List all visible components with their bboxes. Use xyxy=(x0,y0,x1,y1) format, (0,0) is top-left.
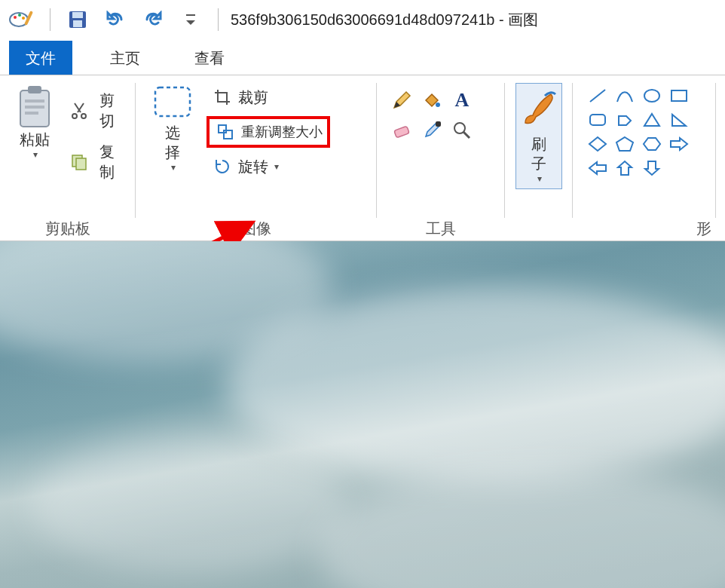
copy-label: 复制 xyxy=(93,142,121,182)
svg-point-24 xyxy=(454,123,465,133)
group-label-tools: 工具 xyxy=(377,219,505,239)
copy-icon xyxy=(69,151,90,173)
svg-rect-23 xyxy=(436,121,441,127)
resize-button[interactable]: 重新调整大小 xyxy=(206,116,330,148)
app-icon xyxy=(8,5,38,35)
chevron-down-icon: ▾ xyxy=(33,149,38,160)
tab-home[interactable]: 主页 xyxy=(93,41,157,75)
copy-button[interactable]: 复制 xyxy=(65,140,125,184)
window-title: 536f9b306150d63006691d48d097241b - 画图 xyxy=(231,10,538,30)
paste-label: 粘贴 xyxy=(20,130,50,149)
svg-point-2 xyxy=(18,14,21,17)
brush-label: 刷 子 xyxy=(531,134,546,173)
separator xyxy=(50,8,50,31)
select-icon xyxy=(152,84,193,123)
rotate-icon xyxy=(211,155,234,178)
group-label-shapes: 形 xyxy=(696,219,711,239)
svg-rect-22 xyxy=(394,126,409,138)
group-label-clipboard: 剪贴板 xyxy=(0,219,136,239)
tab-strip: 文件 主页 查看 xyxy=(0,39,725,75)
magnifier-icon[interactable] xyxy=(451,119,473,142)
svg-marker-35 xyxy=(644,138,660,150)
svg-point-3 xyxy=(22,17,25,20)
svg-rect-7 xyxy=(73,20,82,27)
svg-marker-38 xyxy=(618,161,632,175)
group-label-image: 图像 xyxy=(136,219,377,239)
cut-label: 剪切 xyxy=(93,90,121,131)
undo-icon[interactable] xyxy=(100,5,130,35)
group-tools: A 工具 xyxy=(377,75,505,240)
shape-pentagon-icon[interactable] xyxy=(613,134,636,154)
svg-point-21 xyxy=(436,103,440,107)
svg-rect-20 xyxy=(224,130,232,139)
shape-arrow-down-icon[interactable] xyxy=(641,158,663,178)
crop-label: 裁剪 xyxy=(238,87,268,108)
shape-hexagon-icon[interactable] xyxy=(641,134,663,154)
svg-rect-11 xyxy=(25,100,44,103)
shape-roundrect-icon[interactable] xyxy=(586,110,609,130)
pencil-icon[interactable] xyxy=(390,89,413,112)
group-shapes: 形 xyxy=(573,75,716,240)
picker-icon[interactable] xyxy=(421,119,443,142)
redo-icon[interactable] xyxy=(138,5,168,35)
svg-rect-6 xyxy=(72,12,83,18)
shape-rect-icon[interactable] xyxy=(668,86,690,106)
svg-marker-30 xyxy=(619,116,631,125)
chevron-down-icon: ▾ xyxy=(274,161,279,172)
shape-right-triangle-icon[interactable] xyxy=(668,110,690,130)
shape-arrow-up-icon[interactable] xyxy=(613,158,636,178)
svg-marker-34 xyxy=(616,137,633,151)
resize-icon xyxy=(214,121,237,143)
svg-rect-17 xyxy=(76,158,86,170)
shape-diamond-icon[interactable] xyxy=(586,134,609,154)
group-clipboard: 粘贴 ▾ 剪切 复制 剪贴板 xyxy=(0,75,136,240)
group-brush: 刷 子 ▾ xyxy=(505,75,573,240)
svg-rect-28 xyxy=(671,90,687,101)
svg-marker-39 xyxy=(645,161,659,175)
qat-more-icon[interactable] xyxy=(176,5,206,35)
svg-rect-12 xyxy=(25,106,44,109)
svg-marker-37 xyxy=(589,162,606,174)
shape-polygon-icon[interactable] xyxy=(613,110,636,130)
svg-point-14 xyxy=(72,114,77,118)
shape-triangle-icon[interactable] xyxy=(641,110,663,130)
svg-point-15 xyxy=(81,114,86,118)
brush-icon xyxy=(518,88,560,134)
svg-line-25 xyxy=(463,132,470,138)
titlebar: 536f9b306150d63006691d48d097241b - 画图 xyxy=(0,0,725,39)
svg-marker-36 xyxy=(671,138,687,150)
svg-marker-32 xyxy=(672,115,686,126)
tab-file[interactable]: 文件 xyxy=(9,41,72,75)
shape-oval-icon[interactable] xyxy=(641,86,663,106)
tab-view[interactable]: 查看 xyxy=(178,41,241,75)
cut-icon xyxy=(69,100,90,122)
save-icon[interactable] xyxy=(63,5,93,35)
rotate-button[interactable]: 旋转 ▾ xyxy=(206,154,283,179)
cut-button[interactable]: 剪切 xyxy=(65,89,125,133)
svg-rect-29 xyxy=(590,115,605,125)
group-image: 选 择 ▾ 裁剪 重新调整大小 xyxy=(136,75,377,240)
rotate-label: 旋转 xyxy=(238,157,268,177)
brush-button[interactable]: 刷 子 ▾ xyxy=(515,83,562,189)
svg-marker-31 xyxy=(644,114,659,126)
shape-line-icon[interactable] xyxy=(586,86,609,106)
svg-line-26 xyxy=(590,90,605,102)
paste-icon xyxy=(16,84,54,130)
separator xyxy=(218,8,219,31)
crop-button[interactable]: 裁剪 xyxy=(206,84,273,110)
paste-button[interactable]: 粘贴 ▾ xyxy=(11,84,59,160)
fill-icon[interactable] xyxy=(421,89,443,112)
select-button[interactable]: 选 择 ▾ xyxy=(146,84,199,173)
canvas[interactable] xyxy=(0,241,725,588)
resize-label: 重新调整大小 xyxy=(241,123,323,141)
shape-arrow-left-icon[interactable] xyxy=(586,158,609,178)
svg-rect-10 xyxy=(28,86,41,93)
svg-rect-8 xyxy=(186,14,195,16)
shape-curve-icon[interactable] xyxy=(613,86,636,106)
text-icon[interactable]: A xyxy=(451,89,473,112)
chevron-down-icon: ▾ xyxy=(171,162,176,173)
svg-rect-18 xyxy=(155,87,190,116)
eraser-icon[interactable] xyxy=(390,119,413,142)
ribbon: 粘贴 ▾ 剪切 复制 剪贴板 xyxy=(0,75,725,241)
shape-arrow-right-icon[interactable] xyxy=(668,134,690,154)
